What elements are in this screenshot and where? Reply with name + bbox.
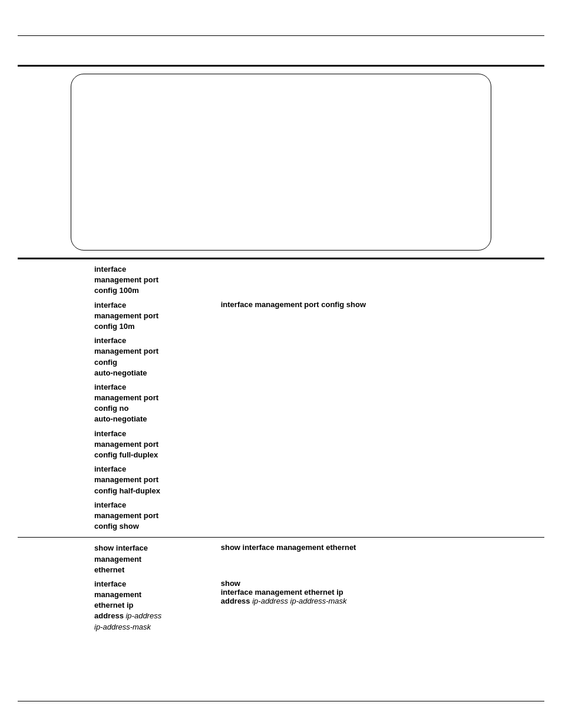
table-row: interfacemanagement portconfig 10m inter… [18, 298, 544, 334]
right-show-prefix: show [221, 579, 240, 588]
cmd-text: interfacemanagement portconfig show [94, 500, 158, 531]
right-cmd-text: show interface management ethernet [221, 543, 356, 552]
left-cell: show interfacemanagementethernet [18, 541, 218, 577]
table-row: interfacemanagementethernet ipaddress ip… [18, 577, 544, 634]
right-cell [218, 380, 544, 427]
cmd-text: interfacemanagement portconfig 100m [94, 265, 158, 295]
cmd-text: interfacemanagement portconfig 10m [94, 301, 158, 331]
table-row: show interfacemanagementethernet show in… [18, 541, 544, 577]
right-cell [218, 462, 544, 498]
right-cell [218, 427, 544, 463]
right-cell: show interface management ethernet ip ad… [218, 577, 544, 634]
right-cell [218, 498, 544, 534]
right-address-label: address [221, 597, 252, 605]
thick-rule-top [18, 65, 544, 67]
table-row: interfacemanagement portconfig full-dupl… [18, 427, 544, 463]
left-cell: interfacemanagement portconfig half-dupl… [18, 462, 218, 498]
left-cell: interfacemanagement portconfigauto-negot… [18, 334, 218, 380]
right-cell [218, 334, 544, 380]
right-cmd-text: interface management ethernet ip [221, 588, 343, 597]
show-section: show interfacemanagementethernet show in… [18, 541, 544, 634]
config-section: interfacemanagement portconfig 100m inte… [18, 262, 544, 533]
right-cmd-text: interface management port config show [221, 300, 366, 309]
right-address-italic: ip-address ip-address-mask [252, 597, 346, 605]
cmd-text: interfacemanagement portconfig full-dupl… [94, 429, 158, 459]
table-row: interfacemanagement portconfig half-dupl… [18, 462, 544, 498]
table-row: interfacemanagement portconfigauto-negot… [18, 334, 544, 380]
table-row: interfacemanagement portconfig show [18, 498, 544, 534]
rounded-box [71, 74, 491, 251]
left-cell: interfacemanagement portconfig full-dupl… [18, 427, 218, 463]
bottom-rule [18, 701, 544, 701]
table-row: interfacemanagement portconfig noauto-ne… [18, 380, 544, 427]
left-cell: interfacemanagement portconfig 100m [18, 262, 218, 298]
table-row: interfacemanagement portconfig 100m [18, 262, 544, 298]
right-cell: show interface management ethernet [218, 541, 544, 577]
left-cell: interfacemanagement portconfig show [18, 498, 218, 534]
cmd-text: show interfacemanagementethernet [94, 543, 148, 574]
right-cell: interface management port config show [218, 298, 544, 334]
cmd-text: interfacemanagementethernet ipaddress ip… [94, 579, 161, 631]
left-cell: interfacemanagement portconfig noauto-ne… [18, 380, 218, 427]
right-cell [218, 262, 544, 298]
cmd-text: interfacemanagement portconfig half-dupl… [94, 465, 160, 495]
cmd-text: interfacemanagement portconfig noauto-ne… [94, 383, 158, 424]
left-cell: interfacemanagement portconfig 10m [18, 298, 218, 334]
cmd-text: interfacemanagement portconfigauto-negot… [94, 336, 158, 377]
top-rule [18, 35, 544, 36]
thick-rule-bottom [18, 258, 544, 259]
left-cell: interfacemanagementethernet ipaddress ip… [18, 577, 218, 634]
content-area: interfacemanagement portconfig 100m inte… [18, 262, 544, 693]
section-divider [18, 537, 544, 538]
